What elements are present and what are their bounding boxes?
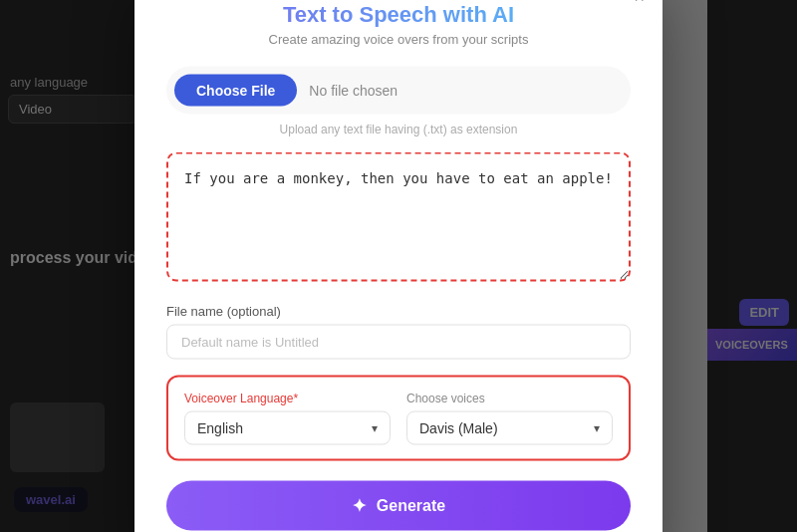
language-select[interactable]: English ▾	[184, 411, 391, 445]
spark-icon: ✦	[352, 495, 367, 517]
generate-label: Generate	[377, 497, 445, 515]
language-group: Voiceover Language* English ▾	[184, 392, 391, 445]
language-chevron-icon: ▾	[372, 421, 378, 435]
filename-input[interactable]	[166, 325, 631, 360]
upload-hint: Upload any text file having (.txt) as ex…	[166, 123, 631, 136]
voices-select[interactable]: Davis (Male) ▾	[406, 411, 613, 445]
language-value: English	[197, 420, 243, 436]
choose-file-button[interactable]: Choose File	[174, 75, 297, 107]
script-textarea[interactable]	[166, 152, 631, 282]
generate-button[interactable]: ✦ Generate	[166, 481, 631, 531]
voices-group: Choose voices Davis (Male) ▾	[406, 392, 613, 445]
voices-chevron-icon: ▾	[594, 421, 600, 435]
voices-label: Choose voices	[406, 392, 613, 405]
tts-modal: × Text to Speech with AI Create amazing …	[134, 0, 663, 532]
filename-label: File name (optional)	[166, 304, 631, 319]
file-row: Choose File No file chosen	[166, 67, 631, 115]
no-file-label: No file chosen	[309, 83, 398, 99]
language-label: Voiceover Language*	[184, 392, 391, 405]
close-button[interactable]: ×	[634, 0, 645, 6]
voices-value: Davis (Male)	[419, 420, 498, 436]
voice-options-row: Voiceover Language* English ▾ Choose voi…	[166, 376, 631, 461]
modal-title: Text to Speech with AI	[166, 2, 631, 28]
modal-subtitle: Create amazing voice overs from your scr…	[166, 32, 631, 47]
